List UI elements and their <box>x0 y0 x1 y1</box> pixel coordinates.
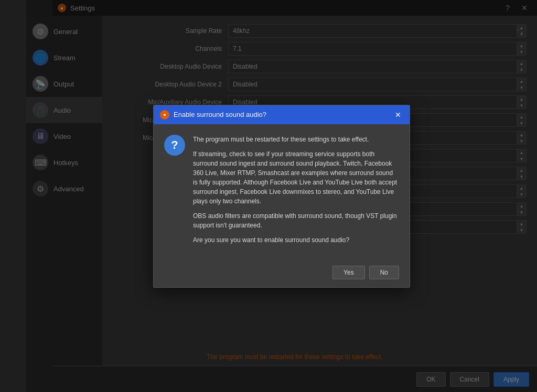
modal-para-3: Are you sure you want to enable surround… <box>193 235 399 245</box>
modal-para-1: If streaming, check to see if your strea… <box>193 149 399 206</box>
modal-obs-icon-text: ● <box>163 112 166 117</box>
modal-body: ? The program must be restarted for thes… <box>154 124 410 260</box>
settings-window: ● Settings ? ✕ ⚙ General 🌐 Stream 📡 Outp… <box>26 0 537 392</box>
modal-title-content: ● Enable surround sound audio? <box>160 110 266 119</box>
modal-title-text: Enable surround sound audio? <box>174 111 266 118</box>
obs-left-panel <box>0 0 26 392</box>
modal-title-bar: ● Enable surround sound audio? ✕ <box>154 105 410 124</box>
modal-question-icon-text: ? <box>171 138 178 152</box>
modal-overlay: ● Enable surround sound audio? ✕ ? The p… <box>26 0 537 392</box>
modal-dialog: ● Enable surround sound audio? ✕ ? The p… <box>153 105 410 288</box>
modal-para-2: OBS audio filters are compatible with su… <box>193 211 399 230</box>
modal-para-0: The program must be restarted for these … <box>193 135 399 144</box>
no-button[interactable]: No <box>369 266 399 279</box>
modal-footer: Yes No <box>154 260 410 287</box>
modal-obs-icon: ● <box>160 110 169 119</box>
modal-icon-area: ? <box>164 135 185 250</box>
modal-text-area: The program must be restarted for these … <box>193 135 399 250</box>
modal-question-icon: ? <box>164 135 185 156</box>
yes-button[interactable]: Yes <box>332 266 365 279</box>
modal-close-button[interactable]: ✕ <box>393 110 403 120</box>
